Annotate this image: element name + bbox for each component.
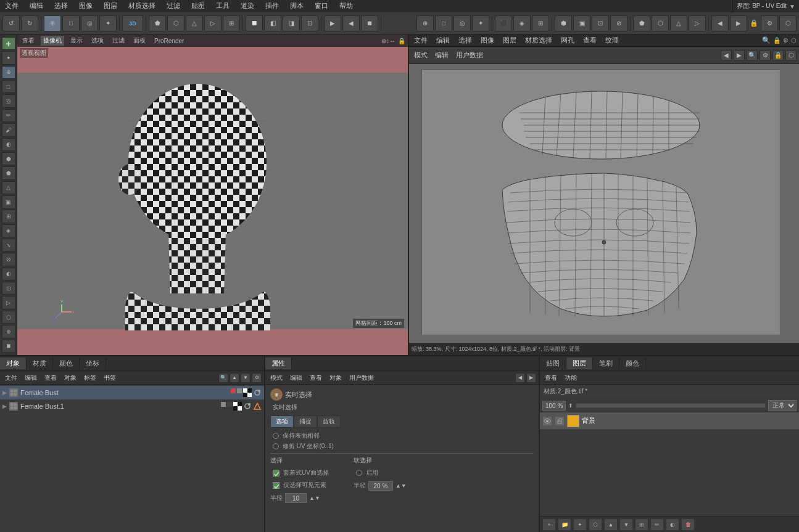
vp-tab-camera[interactable]: 摄像机 [41,36,64,46]
layers-tab-color[interactable]: 颜色 [619,358,646,369]
left-btn-uv[interactable]: ⊡ [2,282,15,295]
layers-btn-effects[interactable]: ✦ [573,518,587,531]
layers-btn-paint[interactable]: ✏ [650,518,664,531]
view-btn3[interactable]: ◨ [283,15,300,31]
uv-extra-btn5[interactable]: ⬟ [633,15,650,31]
obj-tab-coord[interactable]: 坐标 [80,358,106,369]
attr-tb-mode[interactable]: 模式 [268,374,285,382]
layers-tab-texture[interactable]: 贴图 [540,358,566,369]
vp-tab-view[interactable]: 查看 [20,36,37,46]
uv-expand2[interactable]: ⬡ [785,50,797,61]
rotate-tool-btn[interactable]: ◎ [81,15,98,31]
left-btn-bridge[interactable]: ⊞ [2,210,15,223]
left-btn-knife[interactable]: △ [2,181,15,194]
menu-item-plugins[interactable]: 插件 [263,1,281,10]
radio-soft[interactable] [356,470,362,476]
obj-search-icon[interactable]: 🔍 [218,373,228,383]
left-btn-mesh[interactable]: ⬟ [2,166,15,179]
obj-tb-view[interactable]: 查看 [42,374,59,382]
obj-tab-object[interactable]: 对象 [0,358,27,369]
uv-nav-right[interactable]: ▶ [734,50,745,61]
menu-item-script[interactable]: 脚本 [288,1,306,10]
obj-tb-object[interactable]: 对象 [62,374,79,382]
obj-tb-tags[interactable]: 标签 [81,374,99,382]
layers-tb-view[interactable]: 查看 [542,374,560,382]
cb-uv-select[interactable] [273,470,279,477]
opacity-slider[interactable] [576,403,766,408]
uv-extra-btn4[interactable]: ⊘ [610,15,627,31]
left-btn-rotate[interactable]: ◎ [2,94,15,107]
viewport-3d[interactable]: 查看 摄像机 显示 选项 过滤 面板 ProRender ⊕↕↔ 🔒 透视视图 [17,35,409,355]
layer-lock-btn[interactable] [555,416,565,426]
menu-item-filter[interactable]: 过滤 [164,1,183,10]
uv-menu-matsel[interactable]: 材质选择 [523,36,555,45]
opacity-stepper[interactable]: ⬆ [568,403,573,409]
obj-tb-edit[interactable]: 编辑 [22,374,39,382]
uv-search[interactable]: 🔍 [747,50,758,61]
settings-icon[interactable]: ⚙ [761,15,778,31]
menu-item-edit[interactable]: 编辑 [27,1,46,10]
layer-eye-btn[interactable] [542,416,552,426]
obj-settings-icon[interactable]: ⚙ [252,373,262,383]
3d-btn[interactable]: 3D [122,15,143,31]
attr-tb-userdata[interactable]: 用户数据 [347,374,376,382]
left-btn-paint[interactable]: 🖌 [2,123,15,136]
uv-grid-btn2[interactable]: ◈ [513,15,531,31]
attr-tb-object[interactable]: 对象 [327,374,344,382]
uv-extra-btn2[interactable]: ▣ [573,15,590,31]
redo-btn[interactable]: ↻ [21,15,38,31]
vp-tab-filter[interactable]: 过滤 [110,36,127,46]
left-btn-extrude[interactable]: ▣ [2,195,15,208]
uv-tool-btn4[interactable]: ✦ [472,15,489,31]
obj-tab-material[interactable]: 材质 [27,358,53,369]
left-btn-erase[interactable]: ◐ [2,138,15,151]
uv-lock2[interactable]: 🔒 [772,50,784,61]
layers-tab-brush[interactable]: 笔刷 [593,358,619,369]
obj-item-female-bust-1[interactable]: ▶ Female Bust.1 [0,399,264,413]
uv-tb-edit[interactable]: 编辑 [433,51,451,60]
radius-stepper[interactable]: ▲▼ [309,495,320,501]
poly-btn5[interactable]: ⊞ [223,15,240,31]
uv-expand-icon[interactable]: ⬡ [791,37,797,44]
layers-btn-merge[interactable]: ⬡ [589,518,602,531]
uv-extra-btn3[interactable]: ⊡ [592,15,609,31]
vp-tab-prorender[interactable]: ProRender [152,37,186,45]
uv-nav-btn1[interactable]: ◀ [711,15,729,31]
layers-btn-down[interactable]: ▼ [619,518,633,531]
uv-grid-btn1[interactable]: ⬛ [495,15,512,31]
uv-menu-select[interactable]: 选择 [456,36,474,45]
uv-extra-btn6[interactable]: ⬡ [652,15,669,31]
workspace-dropdown-icon[interactable]: ▼ [789,3,795,10]
uv-extra-btn7[interactable]: △ [670,15,687,31]
attr-sub-tab-snap[interactable]: 捕捉 [294,415,317,428]
menu-item-image[interactable]: 图像 [77,1,95,10]
uv-tool-btn3[interactable]: ◎ [453,15,471,31]
vp-lock-icon[interactable]: 🔒 [398,38,405,44]
uv-nav-left[interactable]: ◀ [721,50,732,61]
layers-btn-add[interactable]: + [542,518,556,531]
vp-tab-options[interactable]: 选项 [89,36,106,46]
uv-menu-file[interactable]: 文件 [412,36,430,45]
layers-btn-erase[interactable]: ◐ [666,518,679,531]
layers-btn-folder[interactable]: 📁 [558,518,571,531]
view-btn1[interactable]: 🔲 [246,15,263,31]
left-btn-draw[interactable]: ✏ [2,109,15,122]
layers-btn-copy[interactable]: ⊞ [635,518,648,531]
left-btn-timeline[interactable]: ⏹ [2,340,15,353]
poly-btn1[interactable]: ⬟ [149,15,166,31]
attr-sub-tab-record[interactable]: 益轨 [317,415,341,428]
left-btn-move[interactable]: ⊕ [2,66,15,79]
cb-visible[interactable] [273,482,279,489]
view-btn2[interactable]: ◧ [264,15,281,31]
uv-menu-view[interactable]: 查看 [581,36,599,45]
menu-item-texture[interactable]: 贴图 [189,1,207,10]
attr-nav-right[interactable]: ▶ [526,373,536,383]
uv-menu-image[interactable]: 图像 [478,36,497,45]
layer-item-background[interactable]: 背景 [540,412,799,430]
uv-menu-edit[interactable]: 编辑 [434,36,452,45]
obj-item-female-bust[interactable]: ▶ Female Bust [0,386,264,399]
uv-nav-btn2[interactable]: ▶ [730,15,747,31]
left-btn-smooth[interactable]: ∿ [2,239,15,252]
uv-grid-btn3[interactable]: ⊞ [532,15,549,31]
uv-zoom-icon[interactable]: 🔍 [762,36,771,44]
